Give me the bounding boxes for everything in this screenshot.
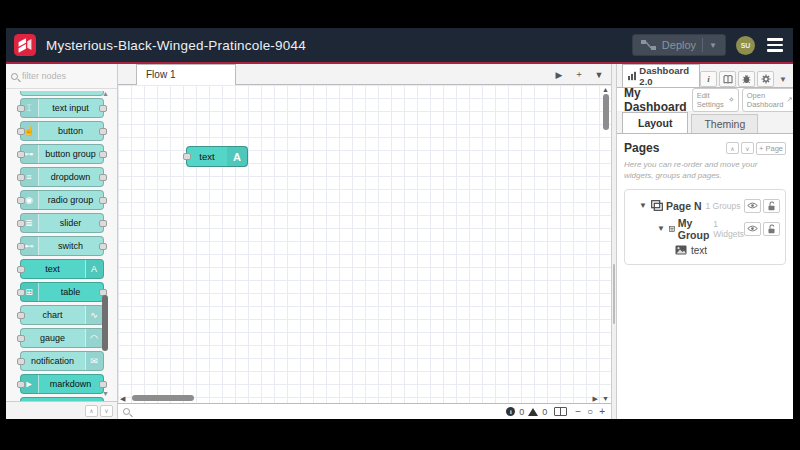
dashboard-tree: ▼ Page N 1 Groups — [624, 189, 786, 265]
input-port[interactable] — [17, 312, 25, 319]
widget-name: text — [691, 245, 707, 256]
deploy-options-caret-icon[interactable]: ▼ — [709, 41, 717, 50]
palette-node-switch[interactable]: ⊷ switch — [20, 236, 104, 256]
canvas-search-icon[interactable] — [123, 408, 130, 415]
input-port[interactable] — [17, 105, 25, 112]
vertical-scrollbar-thumb[interactable] — [603, 94, 609, 130]
input-port[interactable] — [183, 153, 191, 160]
main-menu-icon[interactable] — [765, 36, 785, 54]
node-label: switch — [39, 241, 103, 251]
tree-row-widget[interactable]: text — [625, 240, 785, 260]
output-port[interactable] — [99, 174, 107, 181]
output-port[interactable] — [99, 128, 107, 135]
zoom-out-button[interactable]: − — [574, 406, 582, 417]
input-port[interactable] — [17, 358, 25, 365]
sidebar-tabs-caret-icon[interactable]: ▼ — [776, 75, 790, 84]
eye-icon — [747, 202, 758, 209]
palette-node-markdown[interactable]: ► markdown — [20, 374, 104, 394]
help-tab-icon[interactable] — [719, 71, 736, 87]
tab-theming[interactable]: Theming — [691, 114, 758, 133]
palette-node-text-input[interactable]: ⌶ text input — [20, 98, 104, 118]
scroll-down-icon[interactable]: ▼ — [602, 395, 609, 402]
palette-scroll-up-icon[interactable]: ▲ — [102, 90, 109, 97]
palette-scroll-down-icon[interactable]: ▼ — [102, 390, 109, 397]
input-port[interactable] — [17, 220, 25, 227]
add-page-button[interactable]: + Page — [756, 142, 786, 155]
input-port[interactable] — [17, 151, 25, 158]
canvas-footer: i 0 0 − ○ + — [118, 403, 611, 419]
tree-row-page[interactable]: ▼ Page N 1 Groups — [625, 194, 785, 217]
palette-node-text[interactable]: text A — [20, 259, 104, 279]
palette-node-table[interactable]: ⊞ table — [20, 282, 104, 302]
canvas-vertical-scrollbar[interactable]: ▲ ▼ — [600, 85, 611, 403]
palette-scrollbar-thumb[interactable] — [102, 295, 108, 351]
next-tab-icon[interactable]: ▶ — [549, 70, 569, 80]
debug-tab-icon[interactable] — [738, 71, 755, 87]
flow-tab[interactable]: Flow 1 — [136, 64, 236, 85]
output-port[interactable] — [99, 243, 107, 250]
tab-layout[interactable]: Layout — [622, 112, 688, 133]
input-port[interactable] — [17, 289, 25, 296]
zoom-in-button[interactable]: + — [598, 406, 606, 417]
output-port[interactable] — [99, 105, 107, 112]
tree-row-group[interactable]: ▼ My Group 1 Widgets — [625, 217, 785, 240]
flow-navigator-icon[interactable] — [554, 407, 567, 416]
warning-count-icon[interactable] — [528, 408, 538, 416]
info-tab-icon[interactable]: i — [700, 71, 717, 87]
palette-node-partial-top[interactable] — [20, 91, 104, 96]
toggle-visibility-button[interactable] — [744, 222, 761, 236]
collapse-categories-button[interactable]: ∧ — [85, 405, 98, 417]
scroll-left-icon[interactable]: ◀ — [120, 395, 125, 403]
error-count-icon[interactable]: i — [506, 407, 515, 416]
dashboard-buttons: Edit Settings Open Dashboard ↗ — [692, 88, 793, 112]
palette-node-radio-group[interactable]: ◉ radio group — [20, 190, 104, 210]
toggle-lock-button[interactable] — [763, 199, 780, 213]
input-port[interactable] — [17, 266, 25, 273]
palette-node-notification[interactable]: notification ✉ — [20, 351, 104, 371]
output-port[interactable] — [99, 220, 107, 227]
palette-node-dropdown[interactable]: ≡ dropdown — [20, 167, 104, 187]
toggle-visibility-button[interactable] — [744, 199, 761, 213]
sidebar-resize-handle[interactable] — [611, 64, 617, 419]
zoom-reset-button[interactable]: ○ — [586, 406, 594, 417]
filter-nodes-input[interactable] — [22, 71, 102, 81]
output-port[interactable] — [99, 381, 107, 388]
node-palette: ⌶ text input ☝ button ⊶ button group — [6, 64, 118, 419]
palette-node-partial-bottom[interactable] — [20, 397, 104, 401]
open-dashboard-button[interactable]: Open Dashboard ↗ — [742, 88, 793, 112]
flow-canvas[interactable]: text A ▲ ▼ ◀ ▶ — [118, 85, 611, 403]
palette-node-chart[interactable]: chart ∿ — [20, 305, 104, 325]
tab-dashboard-2[interactable]: Dashboard 2.0 — [622, 64, 700, 87]
palette-node-slider[interactable]: ≣ slider — [20, 213, 104, 233]
palette-node-gauge[interactable]: gauge ◠ — [20, 328, 104, 348]
collapse-group-icon[interactable]: ▼ — [657, 224, 665, 233]
move-down-button[interactable]: ∨ — [741, 142, 754, 154]
palette-node-button-group[interactable]: ⊶ button group — [20, 144, 104, 164]
flow-list-icon[interactable]: ▼ — [589, 70, 609, 80]
resize-grip[interactable] — [613, 264, 615, 324]
toggle-lock-button[interactable] — [763, 222, 780, 236]
add-flow-icon[interactable]: ＋ — [569, 68, 589, 81]
input-port[interactable] — [17, 197, 25, 204]
canvas-horizontal-scrollbar[interactable]: ◀ ▶ — [118, 393, 600, 403]
input-port[interactable] — [17, 128, 25, 135]
collapse-page-icon[interactable]: ▼ — [639, 201, 647, 210]
user-avatar[interactable]: SU — [736, 36, 755, 55]
scroll-up-icon[interactable]: ▲ — [602, 86, 609, 93]
edit-settings-button[interactable]: Edit Settings — [692, 88, 739, 112]
gauge-icon: ◠ — [85, 329, 103, 347]
output-port[interactable] — [99, 151, 107, 158]
output-port[interactable] — [99, 197, 107, 204]
config-nodes-tab-icon[interactable] — [757, 71, 774, 87]
input-port[interactable] — [17, 381, 25, 388]
expand-categories-button[interactable]: ∨ — [100, 405, 113, 417]
input-port[interactable] — [17, 335, 25, 342]
horizontal-scrollbar-thumb[interactable] — [132, 395, 194, 401]
deploy-button[interactable]: Deploy ▼ — [632, 34, 726, 56]
scroll-right-icon[interactable]: ▶ — [593, 395, 598, 403]
input-port[interactable] — [17, 174, 25, 181]
move-up-button[interactable]: ∧ — [726, 142, 739, 154]
palette-node-button[interactable]: ☝ button — [20, 121, 104, 141]
canvas-node-text[interactable]: text A — [186, 146, 248, 167]
input-port[interactable] — [17, 243, 25, 250]
